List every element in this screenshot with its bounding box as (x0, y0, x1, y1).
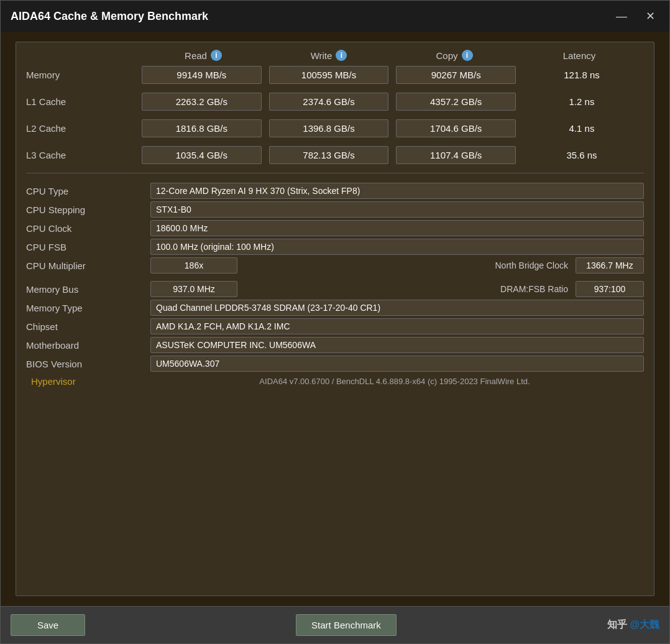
l2cache-copy-value: 1704.6 GB/s (396, 119, 516, 137)
title-bar: AIDA64 Cache & Memory Benchmark — ✕ (1, 1, 669, 32)
l3cache-label: L3 Cache (26, 150, 138, 160)
memory-copy-value: 90267 MB/s (396, 66, 516, 84)
chipset-label: Chipset (26, 321, 150, 332)
section-divider-1 (26, 173, 644, 173)
write-info-icon[interactable]: i (336, 50, 347, 61)
l3cache-copy-value: 1107.4 GB/s (396, 146, 516, 164)
benchmark-table: Read i Write i Copy i Latency Memory 99 (16, 42, 654, 596)
cpu-multiplier-label: CPU Multiplier (26, 260, 150, 271)
cpu-stepping-row: CPU Stepping STX1-B0 (26, 201, 644, 218)
north-bridge-label: North Bridge Clock (490, 258, 574, 273)
dram-fsb-label: DRAM:FSB Ratio (495, 282, 573, 297)
l3cache-read-value: 1035.4 GB/s (142, 146, 262, 164)
title-controls: — ✕ (612, 11, 659, 22)
main-window: AIDA64 Cache & Memory Benchmark — ✕ Read… (0, 0, 670, 644)
cpu-type-value: 12-Core AMD Ryzen AI 9 HX 370 (Strix, So… (150, 183, 644, 199)
section-divider-2 (26, 275, 644, 280)
bios-value: UM5606WA.307 (150, 356, 644, 372)
cpu-fsb-label: CPU FSB (26, 242, 150, 252)
watermark-handle: @大魏 (630, 619, 659, 630)
chipset-row: Chipset AMD K1A.2 FCH, AMD K1A.2 IMC (26, 318, 644, 335)
cpu-type-row: CPU Type 12-Core AMD Ryzen AI 9 HX 370 (… (26, 182, 644, 200)
bios-label: BIOS Version (26, 359, 150, 369)
memory-row: Memory 99149 MB/s 100595 MB/s 90267 MB/s… (26, 66, 644, 84)
l2cache-latency-value: 4.1 ns (520, 120, 644, 137)
cpu-type-label: CPU Type (26, 186, 150, 196)
memory-type-row: Memory Type Quad Channel LPDDR5-3748 SDR… (26, 299, 644, 316)
l2cache-read-value: 1816.8 GB/s (142, 119, 262, 137)
l2cache-row: L2 Cache 1816.8 GB/s 1396.8 GB/s 1704.6 … (26, 119, 644, 137)
read-info-icon[interactable]: i (211, 50, 222, 61)
window-title: AIDA64 Cache & Memory Benchmark (11, 10, 612, 23)
l2cache-write-value: 1396.8 GB/s (269, 119, 389, 137)
cpu-clock-label: CPU Clock (26, 223, 150, 234)
cpu-fsb-row: CPU FSB 100.0 MHz (original: 100 MHz) (26, 238, 644, 255)
save-button[interactable]: Save (11, 614, 85, 636)
memory-read-value: 99149 MB/s (142, 66, 262, 84)
l1cache-row: L1 Cache 2263.2 GB/s 2374.6 GB/s 4357.2 … (26, 93, 644, 111)
memory-bus-right: DRAM:FSB Ratio 937:100 (495, 281, 644, 297)
l1cache-read-value: 2263.2 GB/s (142, 93, 262, 111)
cpu-multiplier-right: North Bridge Clock 1366.7 MHz (490, 257, 645, 274)
memory-type-label: Memory Type (26, 303, 150, 313)
l3cache-latency-value: 35.6 ns (520, 147, 644, 163)
motherboard-value: ASUSTeK COMPUTER INC. UM5606WA (150, 337, 644, 353)
cpu-multiplier-left: CPU Multiplier 186x (26, 257, 490, 274)
l3cache-row: L3 Cache 1035.4 GB/s 782.13 GB/s 1107.4 … (26, 146, 644, 164)
bottom-bar: Save Start Benchmark 知乎 @大魏 (1, 606, 669, 643)
memory-bus-left: Memory Bus 937.0 MHz (26, 281, 495, 297)
memory-bus-row: Memory Bus 937.0 MHz DRAM:FSB Ratio 937:… (26, 280, 644, 298)
dram-fsb-value: 937:100 (576, 281, 644, 297)
memory-latency-value: 121.8 ns (520, 67, 644, 83)
chipset-value: AMD K1A.2 FCH, AMD K1A.2 IMC (150, 318, 644, 334)
l1cache-label: L1 Cache (26, 96, 138, 107)
memory-type-value: Quad Channel LPDDR5-3748 SDRAM (23-17-20… (150, 300, 644, 316)
copy-header: Copy i (392, 50, 517, 61)
motherboard-label: Motherboard (26, 340, 150, 351)
start-benchmark-button[interactable]: Start Benchmark (296, 614, 397, 636)
watermark-text: 知乎 @大魏 (607, 619, 659, 632)
north-bridge-value: 1366.7 MHz (576, 257, 644, 274)
motherboard-row: Motherboard ASUSTeK COMPUTER INC. UM5606… (26, 336, 644, 354)
info-section: CPU Type 12-Core AMD Ryzen AI 9 HX 370 (… (26, 182, 644, 372)
memory-bus-value: 937.0 MHz (150, 281, 237, 297)
l1cache-copy-value: 4357.2 GB/s (396, 93, 516, 111)
version-text: AIDA64 v7.00.6700 / BenchDLL 4.6.889.8-x… (155, 377, 634, 386)
copy-info-icon[interactable]: i (462, 50, 473, 61)
cpu-clock-value: 18600.0 MHz (150, 220, 644, 236)
cpu-clock-row: CPU Clock 18600.0 MHz (26, 219, 644, 237)
latency-header: Latency (517, 50, 641, 61)
footer-bar: Hypervisor AIDA64 v7.00.6700 / BenchDLL … (26, 374, 644, 392)
main-content: Read i Write i Copy i Latency Memory 99 (1, 32, 669, 606)
memory-write-value: 100595 MB/s (269, 66, 389, 84)
l1cache-latency-value: 1.2 ns (520, 93, 644, 110)
close-button[interactable]: ✕ (641, 11, 659, 22)
cpu-stepping-label: CPU Stepping (26, 205, 150, 215)
memory-bus-label: Memory Bus (26, 284, 150, 295)
cpu-stepping-value: STX1-B0 (150, 201, 644, 218)
cpu-multiplier-value: 186x (150, 257, 237, 274)
hypervisor-label: Hypervisor (31, 376, 155, 387)
cpu-multiplier-row: CPU Multiplier 186x North Bridge Clock 1… (26, 257, 644, 274)
column-headers: Read i Write i Copy i Latency (26, 50, 644, 61)
minimize-button[interactable]: — (612, 11, 631, 22)
write-header: Write i (266, 50, 392, 61)
cpu-fsb-value: 100.0 MHz (original: 100 MHz) (150, 239, 644, 255)
l3cache-write-value: 782.13 GB/s (269, 146, 389, 164)
l1cache-write-value: 2374.6 GB/s (269, 93, 389, 111)
bios-row: BIOS Version UM5606WA.307 (26, 355, 644, 372)
l2cache-label: L2 Cache (26, 123, 138, 134)
read-header: Read i (140, 50, 266, 61)
memory-label: Memory (26, 70, 138, 80)
